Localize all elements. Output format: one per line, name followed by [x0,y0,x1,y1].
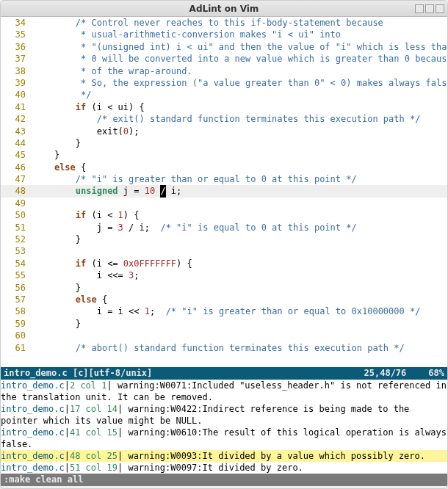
line-number: 40 [1,89,33,101]
quickfix-file: intro_demo.c [1,404,65,414]
code-line[interactable]: 41 if (i < ui) { [1,101,447,113]
line-number: 46 [1,162,33,173]
quickfix-file: intro_demo.c [1,427,65,438]
quickfix-position: 41 col 15 [70,427,118,438]
status-percent: 68% [428,367,444,380]
quickfix-position: 2 col 1 [70,380,107,391]
line-number: 42 [1,113,33,125]
code-content: } [33,137,447,149]
line-number: 53 [1,245,33,257]
code-content: unsigned j = 10 / i; [33,185,447,197]
line-number: 57 [1,294,33,305]
quickfix-entry[interactable]: intro_demo.c|51 col 19| warning:W0097:It… [1,462,447,474]
code-line[interactable]: 42 /* exit() standard function terminate… [1,113,447,125]
code-content [33,330,447,341]
code-line[interactable]: 59 } [1,318,447,330]
code-content: if (i < ui) { [33,101,447,113]
code-line[interactable]: 53 [1,245,447,257]
status-file: intro_demo.c [c][utf-8/unix] [4,367,152,380]
quickfix-entry[interactable]: intro_demo.c|2 col 1| warning:W0071:Incl… [1,380,447,403]
code-content [33,245,447,257]
code-content: * "(unsigned int) i < ui" and then the v… [33,41,447,53]
code-line[interactable]: 35 * usual-arithmetic-conversion makes "… [1,29,447,40]
code-content: i <<= 3; [33,269,447,281]
code-line[interactable]: 39 * So, the expression ("a value greate… [1,77,447,89]
code-line[interactable]: 50 if (i < 1) { [1,209,447,221]
quickfix-file: intro_demo.c [1,380,65,391]
quickfix-entry[interactable]: intro_demo.c|17 col 14| warning:W0422:In… [1,403,447,427]
code-line[interactable]: 36 * "(unsigned int) i < ui" and then th… [1,41,447,53]
quickfix-entry[interactable]: intro_demo.c|48 col 25| warning:W0093:It… [1,450,447,462]
code-content: /* abort() standard function terminates … [33,342,447,354]
line-number: 55 [1,269,33,281]
line-number: 51 [1,222,33,233]
line-number: 61 [1,342,33,354]
line-number: 44 [1,137,33,149]
code-line[interactable]: 61 /* abort() standard function terminat… [1,342,447,354]
code-line[interactable]: 57 else { [1,294,447,305]
code-content: } [33,318,447,330]
command-line[interactable]: :make clean all [1,474,447,486]
line-number: 43 [1,126,33,137]
line-number: 54 [1,258,33,269]
minimize-button[interactable] [415,4,424,13]
code-line[interactable]: 45 } [1,149,447,161]
editor-pane[interactable]: 34 /* Control never reaches to this if-b… [1,17,447,367]
code-content: /* "i" is greater than or equal to 0 at … [33,173,447,185]
code-content: * of the wrap-around. [33,65,447,77]
line-number: 60 [1,330,33,341]
code-line[interactable]: 54 if (i <= 0x0FFFFFFF) { [1,258,447,269]
code-content: j = 3 / i; /* "i" is equal to 0 at this … [33,222,447,233]
command-text: :make clean all [4,474,83,485]
code-content: */ [33,89,447,101]
code-line[interactable]: 58 i = i << 1; /* "i" is greater than or… [1,305,447,317]
quickfix-message: warning:W0093:It divided by a value whic… [128,451,425,461]
code-line[interactable]: 37 * 0 will be converted into a new valu… [1,53,447,65]
quickfix-position: 17 col 14 [70,404,118,414]
line-number: 52 [1,233,33,245]
code-line[interactable]: 47 /* "i" is greater than or equal to 0 … [1,173,447,185]
code-line[interactable]: 52 } [1,233,447,245]
code-line[interactable]: 40 */ [1,89,447,101]
line-number: 36 [1,41,33,53]
line-number: 59 [1,318,33,330]
code-line[interactable]: 46 else { [1,162,447,173]
code-content: if (i < 1) { [33,209,447,221]
code-content: } [33,149,447,161]
line-number: 47 [1,173,33,185]
line-number: 37 [1,53,33,65]
line-number: 41 [1,101,33,113]
quickfix-message: warning:W0097:It divided by zero. [128,463,303,473]
status-line: intro_demo.c [c][utf-8/unix] 25,48/76 68… [1,367,447,380]
code-line[interactable]: 43 exit(0); [1,126,447,137]
quickfix-pane[interactable]: intro_demo.c|2 col 1| warning:W0071:Incl… [1,380,447,474]
code-content: } [33,282,447,294]
code-line[interactable]: 48 unsigned j = 10 / i; [1,185,447,197]
code-line[interactable]: 44 } [1,137,447,149]
code-content: exit(0); [33,126,447,137]
quickfix-message: warning:W0610:The result of this logical… [1,427,447,449]
close-button[interactable] [436,4,444,13]
code-line[interactable]: 56 } [1,282,447,294]
code-line[interactable]: 34 /* Control never reaches to this if-b… [1,17,447,29]
code-content [33,198,447,209]
quickfix-position: 48 col 25 [70,451,118,461]
code-line[interactable]: 60 [1,330,447,341]
line-number: 49 [1,198,33,209]
line-number: 39 [1,77,33,89]
code-content: /* Control never reaches to this if-body… [33,17,447,29]
maximize-button[interactable] [425,4,434,13]
code-content: if (i <= 0x0FFFFFFF) { [33,258,447,269]
line-number: 50 [1,209,33,221]
code-content: else { [33,162,447,173]
status-position: 25,48/76 [364,367,407,380]
code-content: /* exit() standard function terminates t… [33,113,447,125]
quickfix-entry[interactable]: intro_demo.c|41 col 15| warning:W0610:Th… [1,427,447,450]
code-line[interactable]: 51 j = 3 / i; /* "i" is equal to 0 at th… [1,222,447,233]
code-content: } [33,233,447,245]
code-line[interactable]: 38 * of the wrap-around. [1,65,447,77]
text-cursor: / [160,185,165,197]
line-number: 48 [1,185,33,197]
code-line[interactable]: 49 [1,198,447,209]
code-line[interactable]: 55 i <<= 3; [1,269,447,281]
